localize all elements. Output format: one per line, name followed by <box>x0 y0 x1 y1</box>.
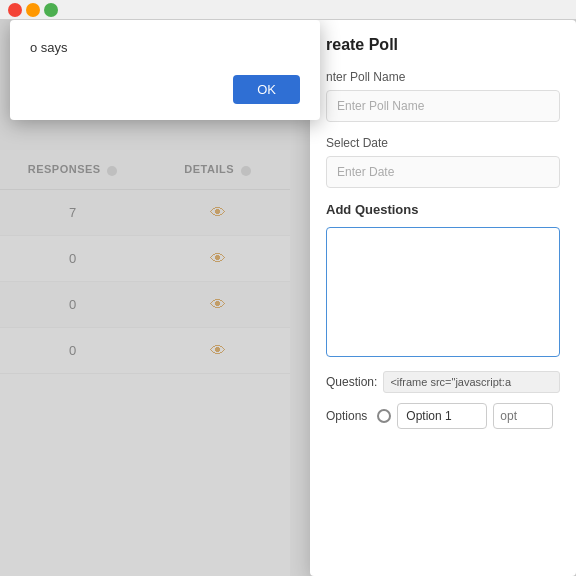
browser-max-icon <box>44 3 58 17</box>
browser-close-icon <box>8 3 22 17</box>
panel-title: reate Poll <box>326 36 560 54</box>
poll-name-input[interactable] <box>326 90 560 122</box>
date-input[interactable] <box>326 156 560 188</box>
question-label: Question: <box>326 375 377 389</box>
question-value: <iframe src="javascript:a <box>383 371 560 393</box>
alert-dialog-buttons: OK <box>30 75 300 104</box>
question-row: Question: <iframe src="javascript:a <box>326 371 560 393</box>
alert-dialog-text: o says <box>30 40 300 55</box>
options-label: Options <box>326 409 367 423</box>
alert-dialog: o says OK <box>10 20 320 120</box>
question-box[interactable] <box>326 227 560 357</box>
poll-name-label: nter Poll Name <box>326 70 560 84</box>
option1-input[interactable] <box>397 403 487 429</box>
add-questions-label: Add Questions <box>326 202 560 217</box>
option2-input[interactable] <box>493 403 553 429</box>
option1-radio[interactable] <box>377 409 391 423</box>
ok-button[interactable]: OK <box>233 75 300 104</box>
date-label: Select Date <box>326 136 560 150</box>
create-poll-panel: reate Poll nter Poll Name Select Date Ad… <box>310 20 576 576</box>
browser-min-icon <box>26 3 40 17</box>
browser-bar <box>0 0 576 20</box>
options-row: Options <box>326 403 560 429</box>
